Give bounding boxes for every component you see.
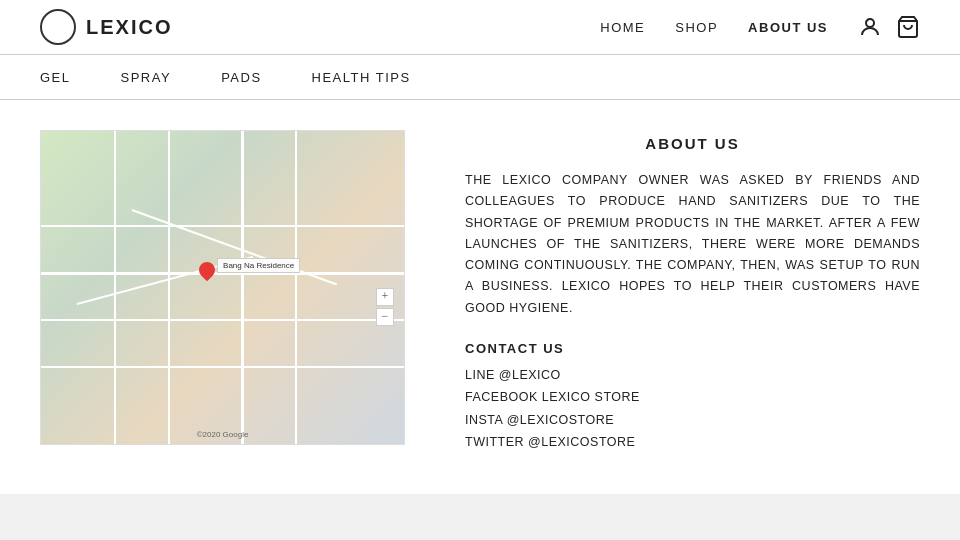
footer	[0, 494, 960, 540]
nav-home[interactable]: HOME	[600, 20, 645, 35]
contact-list: LINE @LEXICO FACEBOOK LEXICO STORE INSTA…	[465, 364, 920, 454]
sub-nav-health-tips[interactable]: HEALTH TIPS	[312, 70, 411, 85]
logo-text: LEXICO	[86, 16, 172, 39]
contact-facebook: FACEBOOK LEXICO STORE	[465, 386, 920, 409]
main-nav: HOME SHOP ABOUT US	[600, 15, 920, 39]
map-road	[114, 131, 116, 444]
contact-line: LINE @LEXICO	[465, 364, 920, 387]
nav-icons	[858, 15, 920, 39]
map-road	[168, 131, 170, 444]
map-pin: Bang Na Residence	[197, 262, 217, 286]
map-container: Bang Na Residence + − ©2020 Google	[40, 130, 405, 445]
map-road	[41, 366, 404, 368]
about-body: THE LEXICO COMPANY OWNER WAS ASKED BY FR…	[465, 170, 920, 319]
cart-icon[interactable]	[896, 15, 920, 39]
map-zoom-out[interactable]: −	[376, 308, 394, 326]
sub-nav-spray[interactable]: SPRAY	[121, 70, 172, 85]
main-content: Bang Na Residence + − ©2020 Google ABOUT…	[0, 100, 960, 484]
contact-insta: INSTA @LEXICOSTORE	[465, 409, 920, 432]
map-road	[241, 131, 244, 444]
map-road	[295, 131, 297, 444]
sub-nav: GEL SPRAY PADS HEALTH TIPS	[0, 55, 960, 100]
nav-shop[interactable]: SHOP	[675, 20, 718, 35]
about-content: ABOUT US THE LEXICO COMPANY OWNER WAS AS…	[465, 130, 920, 454]
map-road	[41, 225, 404, 227]
sub-nav-gel[interactable]: GEL	[40, 70, 71, 85]
about-title: ABOUT US	[465, 135, 920, 152]
map-zoom-in[interactable]: +	[376, 288, 394, 306]
nav-about-us[interactable]: ABOUT US	[748, 20, 828, 35]
map-watermark: ©2020 Google	[197, 430, 249, 439]
user-icon[interactable]	[858, 15, 882, 39]
svg-point-0	[866, 19, 874, 27]
contact-twitter: TWITTER @LEXICOSTORE	[465, 431, 920, 454]
contact-title: CONTACT US	[465, 341, 920, 356]
logo-circle	[40, 9, 76, 45]
map-road	[41, 319, 404, 321]
sub-nav-pads[interactable]: PADS	[221, 70, 261, 85]
logo-area: LEXICO	[40, 9, 172, 45]
map-controls: + −	[376, 288, 394, 326]
header: LEXICO HOME SHOP ABOUT US	[0, 0, 960, 55]
map-placeholder: Bang Na Residence + − ©2020 Google	[41, 131, 404, 444]
map-pin-label: Bang Na Residence	[217, 258, 300, 273]
map-pin-body	[196, 259, 219, 282]
